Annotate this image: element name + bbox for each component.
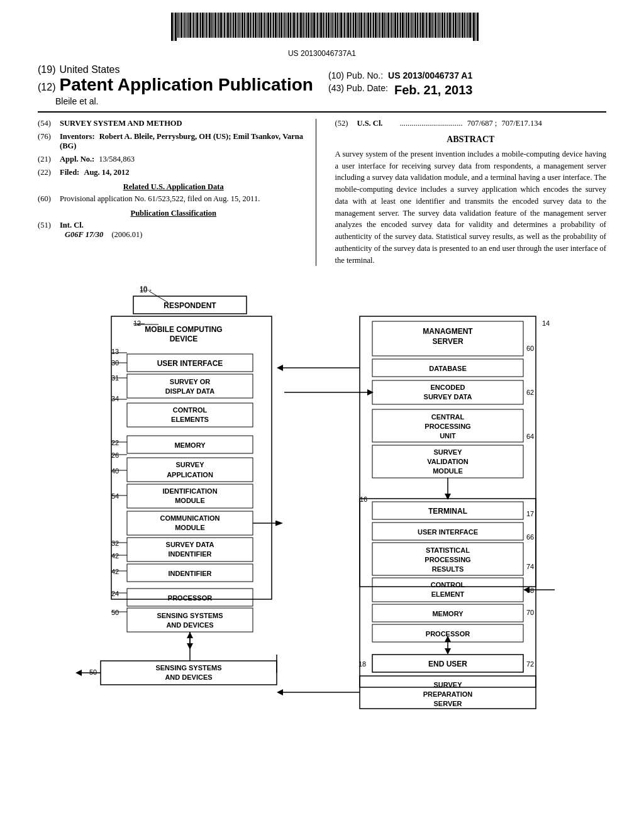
svg-rect-19 (206, 13, 207, 38)
svg-rect-5 (180, 13, 182, 38)
svg-rect-71 (300, 13, 302, 38)
svg-rect-140 (426, 13, 427, 38)
svg-rect-103 (358, 13, 360, 38)
barcode-svg (165, 13, 479, 44)
svg-rect-83 (323, 13, 324, 38)
svg-rect-72 (303, 13, 304, 38)
svg-rect-40 (244, 13, 245, 38)
int-cl-num: (51) (38, 221, 60, 240)
svg-rect-166 (473, 13, 475, 41)
svg-rect-89 (333, 13, 334, 38)
filed-num: (22) (38, 168, 60, 177)
end-user-label: END USER (428, 660, 467, 668)
svg-rect-68 (296, 13, 296, 38)
svg-rect-131 (410, 13, 411, 38)
svg-rect-91 (337, 13, 338, 38)
svg-rect-50 (263, 13, 264, 38)
svg-rect-109 (370, 13, 371, 38)
svg-rect-142 (429, 13, 431, 38)
svg-rect-29 (224, 13, 225, 38)
barcode-area (38, 13, 606, 47)
svg-rect-153 (449, 13, 451, 38)
header-section: (19) United States (12) Patent Applicati… (38, 64, 606, 113)
svg-rect-64 (287, 13, 289, 38)
svg-rect-165 (472, 13, 472, 38)
svg-rect-77 (311, 13, 313, 38)
abstract-header: ABSTRACT (335, 135, 607, 145)
label-18: 18 (358, 660, 366, 668)
svg-rect-54 (270, 13, 271, 38)
control-elements-label2: ELEMENTS (171, 416, 209, 423)
comm-module-label: COMMUNICATION (160, 514, 219, 522)
svg-rect-107 (366, 13, 367, 38)
filed-value: Aug. 14, 2012 (84, 168, 129, 177)
svg-rect-48 (258, 13, 260, 38)
svg-rect-104 (360, 13, 362, 38)
survey-display-label: SURVEY OR (170, 378, 210, 385)
svg-rect-73 (304, 13, 305, 38)
label-50a: 50 (111, 609, 119, 616)
pub-date-line: (43) Pub. Date: Feb. 21, 2013 (328, 83, 606, 97)
sps-label3: SERVER (433, 700, 462, 707)
pub-date-value: Feb. 21, 2013 (394, 83, 473, 97)
svg-rect-52 (266, 13, 267, 38)
svg-rect-38 (240, 13, 241, 38)
svg-rect-35 (235, 13, 236, 38)
content-section: (54) SURVEY SYSTEM AND METHOD (76) Inven… (38, 119, 606, 267)
svg-rect-12 (193, 13, 194, 38)
label-70: 70 (526, 609, 534, 616)
mgmt-server-label: MANAGMENT (423, 327, 473, 336)
patent-page: US 20130046737A1 (19) United States (12)… (0, 0, 644, 830)
left-column: (54) SURVEY SYSTEM AND METHOD (76) Inven… (38, 119, 316, 267)
svg-rect-113 (377, 13, 378, 38)
svg-rect-86 (328, 13, 330, 38)
pub-type-title: Patent Application Publication (59, 75, 313, 95)
survey-data-id-label: SURVEY DATA (166, 541, 214, 548)
int-cl-value: G06F 17/30 (65, 230, 103, 239)
svg-rect-144 (433, 13, 434, 38)
abstract-text: A survey system of the present invention… (335, 148, 607, 267)
svg-rect-9 (187, 13, 189, 38)
svg-rect-111 (373, 13, 374, 38)
svg-rect-70 (299, 13, 299, 38)
label-17: 17 (526, 510, 534, 517)
us-cl-num: (52) (335, 119, 357, 128)
svg-rect-141 (428, 13, 428, 38)
svg-rect-11 (192, 13, 192, 38)
inventors-header-line: Bleile et al. (55, 96, 316, 106)
svg-rect-84 (325, 13, 325, 38)
control-elements-label: CONTROL (173, 406, 208, 414)
spr-label: STATISTICAL (426, 546, 470, 554)
label-42a: 42 (111, 552, 119, 560)
svg-rect-60 (280, 13, 282, 38)
svg-rect-138 (422, 13, 424, 38)
pub-date-label: (43) Pub. Date: (328, 83, 388, 97)
terminal-memory-label: MEMORY (432, 610, 464, 617)
svg-rect-123 (394, 13, 396, 38)
svg-rect-135 (417, 13, 418, 38)
mobile-device-label: MOBILE COMPUTING (145, 325, 222, 334)
svg-rect-57 (275, 13, 277, 38)
label-60: 60 (526, 345, 534, 352)
label-32: 32 (111, 540, 119, 547)
label-62: 62 (526, 389, 534, 396)
label-12: 12 (133, 319, 141, 327)
svg-rect-100 (353, 13, 354, 38)
svg-rect-90 (335, 13, 336, 38)
svg-rect-32 (230, 13, 231, 38)
appl-value: 13/584,863 (99, 155, 135, 163)
svg-rect-21 (209, 13, 211, 38)
label-40: 40 (111, 467, 119, 475)
svg-rect-17 (202, 13, 204, 38)
terminal-label: TERMINAL (428, 507, 467, 516)
svg-rect-99 (352, 13, 352, 38)
svg-rect-78 (313, 13, 315, 38)
svg-rect-115 (380, 13, 381, 38)
svg-rect-66 (292, 13, 292, 38)
svg-rect-33 (231, 13, 232, 38)
svg-rect-108 (367, 13, 369, 38)
svg-rect-127 (402, 13, 404, 38)
svg-rect-105 (363, 13, 364, 38)
svg-rect-53 (267, 13, 269, 38)
svg-rect-76 (310, 13, 311, 38)
